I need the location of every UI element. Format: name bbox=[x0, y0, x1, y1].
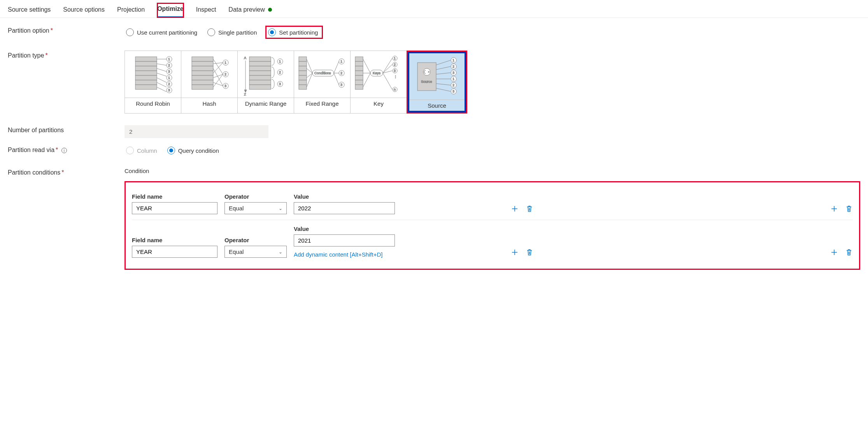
svg-rect-30 bbox=[192, 75, 213, 80]
svg-rect-56 bbox=[249, 85, 271, 89]
field-name-input[interactable] bbox=[132, 202, 217, 214]
add-condition-button[interactable] bbox=[830, 205, 838, 213]
radio-set-partitioning[interactable]: Set partitioning bbox=[265, 26, 323, 39]
svg-text:3: 3 bbox=[224, 84, 226, 88]
svg-rect-53 bbox=[249, 71, 271, 75]
svg-text:3: 3 bbox=[452, 89, 454, 93]
svg-rect-110 bbox=[417, 63, 436, 91]
svg-text:1: 1 bbox=[168, 76, 170, 80]
svg-text:Source: Source bbox=[421, 80, 432, 84]
conditions-panel: Field name Operator Equal ⌄ Value bbox=[125, 181, 860, 270]
svg-line-12 bbox=[157, 82, 167, 87]
svg-text:1: 1 bbox=[452, 58, 454, 62]
radio-single-partition[interactable]: Single partition bbox=[206, 27, 261, 38]
fixed-range-diagram-icon: Conditions 1 2 3 bbox=[294, 51, 350, 98]
operator-label: Operator bbox=[224, 193, 287, 200]
svg-rect-4 bbox=[135, 75, 157, 80]
value-label: Value bbox=[294, 225, 395, 232]
svg-rect-67 bbox=[299, 75, 307, 80]
svg-text:1: 1 bbox=[224, 61, 226, 65]
tab-source-settings[interactable]: Source settings bbox=[8, 4, 51, 17]
delete-condition-button[interactable] bbox=[845, 205, 853, 213]
svg-rect-50 bbox=[249, 57, 271, 61]
ptype-hash[interactable]: 1 2 3 Hash bbox=[181, 51, 238, 114]
add-dynamic-content-link[interactable]: Add dynamic content [Alt+Shift+D] bbox=[294, 251, 395, 258]
radio-icon bbox=[167, 147, 175, 154]
svg-rect-2 bbox=[135, 66, 157, 71]
svg-line-117 bbox=[436, 84, 451, 85]
field-name-label: Field name bbox=[132, 237, 217, 243]
tab-projection[interactable]: Projection bbox=[117, 4, 145, 17]
delete-field-button[interactable] bbox=[526, 205, 533, 213]
ptype-round-robin[interactable]: 1 2 3 1 2 3 Round Robin bbox=[125, 51, 181, 114]
operator-select[interactable]: Equal ⌄ bbox=[224, 246, 287, 258]
field-name-input[interactable] bbox=[132, 246, 217, 258]
svg-rect-68 bbox=[299, 80, 307, 85]
svg-rect-86 bbox=[355, 61, 363, 66]
svg-rect-1 bbox=[135, 61, 157, 66]
svg-rect-28 bbox=[192, 66, 213, 71]
svg-rect-90 bbox=[355, 80, 363, 85]
svg-rect-88 bbox=[355, 71, 363, 75]
add-field-button[interactable] bbox=[511, 205, 519, 213]
svg-rect-64 bbox=[299, 61, 307, 66]
svg-line-34 bbox=[213, 63, 223, 64]
chevron-down-icon: ⌄ bbox=[279, 249, 282, 255]
ptype-dynamic-range[interactable]: A Z bbox=[237, 51, 294, 114]
add-condition-button[interactable] bbox=[830, 248, 838, 256]
hash-diagram-icon: 1 2 3 bbox=[181, 51, 237, 98]
chevron-down-icon: ⌄ bbox=[279, 206, 282, 211]
svg-line-118 bbox=[436, 88, 451, 91]
value-input[interactable] bbox=[294, 234, 395, 246]
ptype-key[interactable]: Keys 1 2 3 ⋮ n Key bbox=[350, 51, 407, 114]
value-input[interactable] bbox=[294, 202, 395, 214]
status-dot-icon bbox=[268, 8, 272, 12]
svg-text:2: 2 bbox=[394, 63, 396, 66]
tab-data-preview[interactable]: Data preview bbox=[228, 4, 272, 17]
svg-text:3: 3 bbox=[452, 71, 454, 75]
add-field-button[interactable] bbox=[511, 248, 519, 256]
field-name-label: Field name bbox=[132, 193, 217, 200]
svg-text:1: 1 bbox=[452, 77, 454, 81]
svg-rect-0 bbox=[135, 57, 157, 61]
svg-text:3: 3 bbox=[168, 88, 170, 92]
dynamic-range-diagram-icon: A Z bbox=[238, 51, 294, 98]
svg-line-78 bbox=[334, 73, 339, 85]
tab-inspect[interactable]: Inspect bbox=[196, 4, 216, 17]
tab-source-options[interactable]: Source options bbox=[63, 4, 105, 17]
svg-rect-69 bbox=[299, 85, 307, 89]
ptype-fixed-range[interactable]: Conditions 1 2 3 Fixed Range bbox=[294, 51, 351, 114]
svg-rect-91 bbox=[355, 85, 363, 89]
num-partitions-input bbox=[125, 125, 268, 138]
operator-select[interactable]: Equal ⌄ bbox=[224, 202, 287, 214]
svg-rect-26 bbox=[192, 57, 213, 61]
svg-rect-32 bbox=[192, 85, 213, 89]
svg-line-8 bbox=[157, 64, 167, 65]
svg-rect-87 bbox=[355, 66, 363, 71]
delete-field-button[interactable] bbox=[526, 248, 533, 256]
svg-rect-66 bbox=[299, 71, 307, 75]
svg-rect-27 bbox=[192, 61, 213, 66]
tab-optimize[interactable]: Optimize bbox=[157, 3, 184, 17]
svg-rect-54 bbox=[249, 75, 271, 80]
svg-line-9 bbox=[157, 68, 167, 72]
label-partition-type: Partition type* bbox=[8, 51, 125, 59]
svg-marker-48 bbox=[244, 90, 247, 93]
radio-use-current-partitioning[interactable]: Use current partitioning bbox=[125, 27, 201, 38]
radio-icon bbox=[126, 28, 134, 36]
svg-text:1: 1 bbox=[340, 59, 342, 63]
svg-text:1: 1 bbox=[394, 56, 396, 60]
tab-bar: Source settings Source options Projectio… bbox=[0, 0, 868, 18]
svg-rect-63 bbox=[299, 57, 307, 61]
svg-line-113 bbox=[436, 60, 451, 65]
key-diagram-icon: Keys 1 2 3 ⋮ n bbox=[351, 51, 407, 98]
ptype-source[interactable]: Source 1 2 bbox=[409, 52, 465, 112]
info-icon[interactable]: i bbox=[61, 148, 67, 153]
svg-text:Keys: Keys bbox=[373, 71, 381, 75]
delete-condition-button[interactable] bbox=[845, 248, 853, 256]
svg-line-36 bbox=[213, 63, 223, 73]
radio-column: Column bbox=[125, 145, 161, 156]
svg-text:2: 2 bbox=[340, 71, 342, 75]
label-partition-conditions: Partition conditions* bbox=[8, 168, 125, 176]
radio-query-condition[interactable]: Query condition bbox=[166, 145, 223, 156]
